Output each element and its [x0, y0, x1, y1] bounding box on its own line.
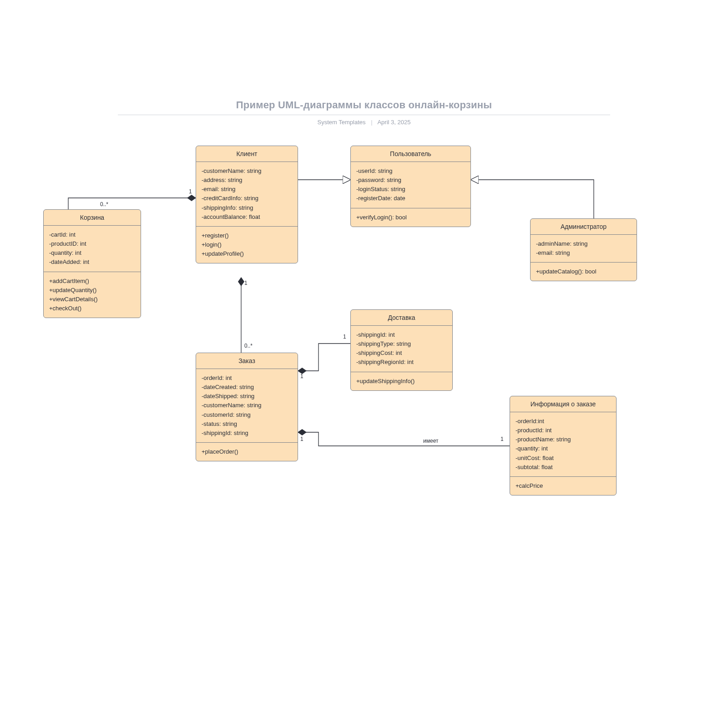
class-member: -adminName: string	[536, 239, 631, 248]
mult-klient-a: 1	[189, 188, 192, 195]
mult-zakaz-info: 1	[300, 436, 303, 442]
class-member: +checkOut()	[49, 304, 135, 313]
class-member: +placeOrder()	[202, 447, 292, 456]
class-member: -customerId: string	[202, 410, 292, 420]
class-member: -dateCreated: string	[202, 383, 292, 392]
class-member: -shippingType: string	[356, 339, 447, 349]
class-member: +viewCartDetails()	[49, 295, 135, 304]
class-orderinfo: Информация о заказе -orderId:int-product…	[510, 396, 617, 495]
class-attrs: -adminName: string-email: string	[531, 235, 637, 263]
class-member: -address: string	[202, 176, 292, 185]
class-member: +addCartItem()	[49, 277, 135, 286]
mult-klient-b: 1	[244, 280, 248, 286]
class-klient: Клиент -customerName: string-address: st…	[196, 146, 298, 263]
class-name: Пользователь	[351, 146, 470, 162]
class-member: -status: string	[202, 420, 292, 429]
class-name: Информация о заказе	[510, 396, 616, 412]
class-member: +updateQuantity()	[49, 286, 135, 295]
class-member: +verifyLogin(): bool	[356, 213, 465, 222]
class-member: +register()	[202, 231, 292, 240]
diagram-canvas: Пример UML-диаграммы классов онлайн-корз…	[0, 0, 728, 728]
class-attrs: -cartId: int-productID: int-quantity: in…	[44, 226, 141, 272]
class-attrs: -orderId:int-productId: int-productName:…	[510, 412, 616, 477]
class-member: -quantity: int	[49, 248, 135, 258]
class-member: -customerName: string	[202, 167, 292, 176]
diagram-header: Пример UML-диаграммы классов онлайн-корз…	[0, 99, 728, 126]
class-member: +calcPrice	[516, 481, 611, 490]
class-member: -orderId:int	[516, 417, 611, 426]
class-admin: Администратор -adminName: string-email: …	[530, 218, 637, 281]
class-user: Пользователь -userId: string-password: s…	[350, 146, 471, 227]
subtitle-date: April 3, 2025	[377, 119, 410, 126]
subtitle-separator: |	[371, 119, 372, 126]
class-member: -shippingInfo: string	[202, 203, 292, 212]
class-member: -shippingRegionId: int	[356, 358, 447, 367]
class-methods: +updateCatalog(): bool	[531, 263, 637, 281]
class-member: +updateCatalog(): bool	[536, 267, 631, 276]
mult-zakaz: 0..*	[244, 343, 253, 349]
class-methods: +updateShippingInfo()	[351, 372, 452, 390]
mult-ship: 1	[343, 334, 346, 340]
class-member: -dateShipped: string	[202, 392, 292, 401]
class-member: -cartId: int	[49, 230, 135, 239]
class-methods: +addCartItem()+updateQuantity()+viewCart…	[44, 272, 141, 318]
class-member: -email: string	[536, 248, 631, 258]
class-name: Заказ	[196, 353, 298, 369]
class-name: Клиент	[196, 146, 298, 162]
class-member: -customerName: string	[202, 401, 292, 410]
class-member: -accountBalance: float	[202, 212, 292, 222]
class-name: Корзина	[44, 210, 141, 226]
class-attrs: -shippingId: int-shippingType: string-sh…	[351, 326, 452, 372]
class-member: -shippingId: int	[356, 330, 447, 339]
class-attrs: -orderId: int-dateCreated: string-dateSh…	[196, 369, 298, 443]
class-name: Доставка	[351, 310, 452, 326]
class-member: -quantity: int	[516, 444, 611, 453]
class-member: -email: string	[202, 185, 292, 194]
class-zakaz: Заказ -orderId: int-dateCreated: string-…	[196, 353, 298, 461]
class-member: -loginStatus: string	[356, 185, 465, 194]
class-member: -productId: int	[516, 426, 611, 435]
class-member: +updateShippingInfo()	[356, 377, 447, 386]
mult-zakaz-ship: 1	[300, 373, 303, 379]
class-methods: +register()+login()+updateProfile()	[196, 227, 298, 263]
class-member: +updateProfile()	[202, 249, 292, 258]
class-member: -unitCost: float	[516, 454, 611, 463]
class-name: Администратор	[531, 219, 637, 235]
mult-korzina: 0..*	[100, 201, 108, 207]
class-methods: +placeOrder()	[196, 443, 298, 461]
class-member: -subtotal: float	[516, 463, 611, 472]
class-member: -password: string	[356, 176, 465, 185]
class-methods: +verifyLogin(): bool	[351, 208, 470, 227]
class-member: -shippingId: string	[202, 429, 292, 438]
mult-info: 1	[500, 436, 504, 442]
class-member: -creditCardInfo: string	[202, 194, 292, 203]
class-member: -registerDate: date	[356, 194, 465, 203]
class-member: -productID: int	[49, 239, 135, 248]
class-attrs: -customerName: string-address: string-em…	[196, 162, 298, 227]
diagram-title: Пример UML-диаграммы классов онлайн-корз…	[118, 99, 610, 115]
class-dostavka: Доставка -shippingId: int-shippingType: …	[350, 309, 453, 391]
class-member: -userId: string	[356, 167, 465, 176]
diagram-subtitle: System Templates | April 3, 2025	[0, 119, 728, 126]
class-member: -orderId: int	[202, 374, 292, 383]
subtitle-author: System Templates	[318, 119, 366, 126]
class-member: -shippingCost: int	[356, 349, 447, 358]
class-attrs: -userId: string-password: string-loginSt…	[351, 162, 470, 208]
class-korzina: Корзина -cartId: int-productID: int-quan…	[43, 209, 141, 318]
edge-has-label: имеет	[423, 438, 438, 444]
class-member: -productName: string	[516, 435, 611, 444]
class-member: -dateAdded: int	[49, 258, 135, 267]
class-member: +login()	[202, 240, 292, 249]
class-methods: +calcPrice	[510, 477, 616, 495]
